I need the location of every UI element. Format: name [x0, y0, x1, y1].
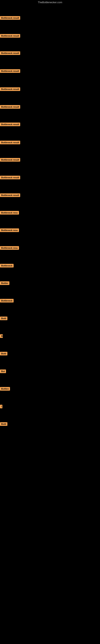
- bottleneck-badge-18[interactable]: Bottl: [0, 316, 7, 321]
- badge-label-1: Bottleneck result: [0, 16, 20, 20]
- badge-label-2: Bottleneck result: [0, 34, 20, 38]
- badge-label-24: Bottl: [0, 422, 7, 426]
- badge-label-12: Bottleneck resu: [0, 211, 19, 214]
- badge-label-10: Bottleneck result: [0, 176, 20, 179]
- badge-label-15: Bottleneck: [0, 264, 14, 268]
- bottleneck-badge-19[interactable]: B: [0, 334, 3, 339]
- badge-label-9: Bottleneck result: [0, 158, 20, 162]
- bottleneck-badge-10[interactable]: Bottleneck result: [0, 176, 20, 180]
- badge-label-7: Bottleneck result: [0, 122, 20, 126]
- badge-label-8: Bottleneck result: [0, 141, 20, 144]
- badge-label-19: B: [0, 334, 3, 338]
- bottleneck-badge-2[interactable]: Bottleneck result: [0, 34, 20, 38]
- badge-label-14: Bottleneck resu: [0, 246, 19, 250]
- bottleneck-badge-23[interactable]: I: [0, 405, 2, 409]
- bottleneck-badge-12[interactable]: Bottleneck resu: [0, 211, 19, 215]
- badge-label-4: Bottleneck result: [0, 69, 20, 73]
- bottleneck-badge-22[interactable]: Bottlen: [0, 387, 10, 392]
- bottleneck-badge-6[interactable]: Bottleneck result: [0, 105, 20, 110]
- bottleneck-badge-16[interactable]: Bottler: [0, 281, 9, 286]
- bottleneck-badge-21[interactable]: Bot: [0, 370, 6, 374]
- badge-label-11: Bottleneck result: [0, 194, 20, 197]
- badge-label-6: Bottleneck result: [0, 105, 20, 109]
- badge-label-5: Bottleneck result: [0, 87, 20, 91]
- badge-label-13: Bottleneck resu: [0, 228, 19, 232]
- bottleneck-badge-17[interactable]: Bottleneck: [0, 299, 14, 303]
- badge-label-18: Bottl: [0, 316, 7, 320]
- bottleneck-badge-1[interactable]: Bottleneck result: [0, 16, 20, 20]
- badge-label-16: Bottler: [0, 281, 9, 285]
- bottleneck-badge-7[interactable]: Bottleneck result: [0, 122, 20, 127]
- bottleneck-badge-13[interactable]: Bottleneck resu: [0, 228, 19, 233]
- badge-label-20: Bottl: [0, 352, 7, 356]
- bottleneck-badge-24[interactable]: Bottl: [0, 422, 7, 427]
- bottleneck-badge-5[interactable]: Bottleneck result: [0, 87, 20, 92]
- site-title: TheBottlenecker.com: [0, 0, 100, 5]
- bottleneck-badge-8[interactable]: Bottleneck result: [0, 141, 20, 145]
- badge-label-23: I: [0, 405, 2, 408]
- bottleneck-badge-20[interactable]: Bottl: [0, 352, 7, 356]
- bottleneck-badge-3[interactable]: Bottleneck result: [0, 51, 20, 56]
- bottleneck-badge-15[interactable]: Bottleneck: [0, 264, 14, 268]
- bottleneck-badge-9[interactable]: Bottleneck result: [0, 158, 20, 162]
- bottleneck-badge-11[interactable]: Bottleneck result: [0, 194, 20, 198]
- badge-label-3: Bottleneck result: [0, 51, 20, 55]
- badge-label-17: Bottleneck: [0, 299, 14, 302]
- badge-label-22: Bottlen: [0, 387, 10, 391]
- badge-label-21: Bot: [0, 370, 6, 373]
- bottleneck-badge-14[interactable]: Bottleneck resu: [0, 246, 19, 250]
- bottleneck-badge-4[interactable]: Bottleneck result: [0, 69, 20, 74]
